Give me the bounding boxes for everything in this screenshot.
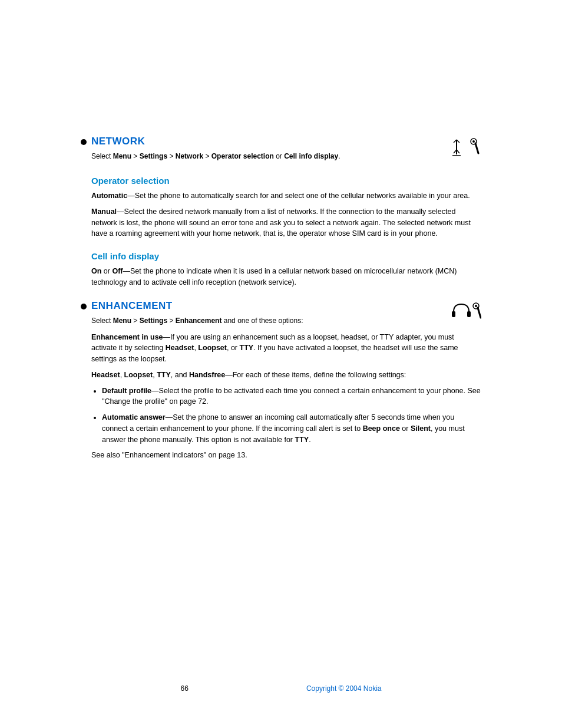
nav-select-label: Select xyxy=(91,152,113,160)
enh-nav-sep2: > xyxy=(167,317,176,325)
default-profile-desc: Select the profile to be activated each … xyxy=(102,387,481,406)
manual-dash: — xyxy=(117,207,124,216)
nav-cell: Cell info display xyxy=(284,152,338,160)
nav-sep1: > xyxy=(131,152,140,160)
manual-desc: Select the desired network manually from… xyxy=(91,207,471,238)
enhancement-in-use-para: Enhancement in use—If you are using an e… xyxy=(81,332,481,365)
page: NETWORK Select Menu > Settings > Network… xyxy=(0,0,562,728)
enh-nav-sep1: > xyxy=(131,317,140,325)
cell-info-display-section: Cell info display On or Off—Set the phon… xyxy=(81,251,481,288)
nav-settings: Settings xyxy=(140,152,167,160)
settings-bullet-list: Default profile—Select the profile to be… xyxy=(81,386,481,446)
svg-line-12 xyxy=(478,308,481,318)
svg-point-13 xyxy=(475,305,477,307)
cell-info-paragraph: On or Off—Set the phone to indicate when… xyxy=(81,266,481,288)
network-bullet xyxy=(81,139,87,145)
enhancement-nav: Select Menu > Settings > Enhancement and… xyxy=(81,317,446,325)
and-text: , and xyxy=(171,371,189,379)
cell-info-title: Cell info display xyxy=(81,251,481,261)
comma2: , or xyxy=(227,344,240,352)
dash2: — xyxy=(225,371,233,379)
cell-dash: — xyxy=(123,267,130,275)
copyright-text: Copyright © 2004 Nokia xyxy=(306,684,382,693)
headset-term: Headset xyxy=(166,344,194,352)
enhancement-header-content: ENHANCEMENT Select Menu > Settings > Enh… xyxy=(81,300,446,332)
headset-loopset-desc: For each of these items, define the foll… xyxy=(233,371,406,379)
svg-rect-9 xyxy=(452,311,455,317)
enhancement-icons-wrapper xyxy=(446,300,481,322)
enh-nav-select: Select xyxy=(91,317,113,325)
comma3: , xyxy=(120,371,124,379)
page-footer: 66 Copyright © 2004 Nokia xyxy=(0,684,562,693)
automatic-term: Automatic xyxy=(91,192,127,200)
network-content: NETWORK Select Menu > Settings > Network… xyxy=(81,136,446,167)
headset2-term: Headset xyxy=(91,371,120,379)
tty-term: TTY xyxy=(240,344,254,352)
automatic-dash: — xyxy=(127,192,135,200)
svg-line-7 xyxy=(475,143,478,153)
manual-paragraph: Manual—Select the desired network manual… xyxy=(81,206,481,239)
default-profile-dash: — xyxy=(151,387,159,395)
network-icon xyxy=(452,137,481,157)
network-title: NETWORK xyxy=(91,136,145,147)
network-icons-wrapper xyxy=(446,136,481,157)
loopset-term: Loopset xyxy=(198,344,227,352)
nav-menu: Menu xyxy=(113,152,131,160)
default-profile-term: Default profile xyxy=(102,387,151,395)
nav-or: or xyxy=(274,152,284,160)
enhancement-section: ENHANCEMENT Select Menu > Settings > Enh… xyxy=(81,300,481,462)
enhancement-header: ENHANCEMENT xyxy=(81,300,446,312)
on-term: On xyxy=(91,267,101,275)
operator-selection-title: Operator selection xyxy=(81,176,481,186)
automatic-answer-item: Automatic answer—Set the phone to answer… xyxy=(102,412,481,445)
nav-period: . xyxy=(338,152,340,160)
cell-desc: Set the phone to indicate when it is use… xyxy=(91,267,457,286)
manual-term: Manual xyxy=(91,207,117,216)
network-section: NETWORK Select Menu > Settings > Network… xyxy=(81,136,481,167)
silent-term: Silent xyxy=(411,424,431,433)
auto-answer-term: Automatic answer xyxy=(102,413,166,421)
loopset2-term: Loopset xyxy=(124,371,153,379)
automatic-paragraph: Automatic—Set the phone to automatically… xyxy=(81,190,481,202)
enhancement-bullet xyxy=(81,304,87,309)
nav-sep3: > xyxy=(203,152,211,160)
svg-rect-10 xyxy=(467,311,471,317)
tty2-term: TTY xyxy=(157,371,171,379)
handsfree-term: Handsfree xyxy=(189,371,225,379)
nav-operator: Operator selection xyxy=(211,152,274,160)
enhancement-icon xyxy=(451,301,481,322)
default-profile-item: Default profile—Select the profile to be… xyxy=(102,386,481,408)
enh-nav-suffix: and one of these options: xyxy=(222,317,303,325)
nav-network: Network xyxy=(176,152,203,160)
enh-nav-enhancement: Enhancement xyxy=(176,317,222,325)
network-nav: Select Menu > Settings > Network > Opera… xyxy=(81,152,446,160)
operator-selection-section: Operator selection Automatic—Set the pho… xyxy=(81,176,481,239)
enh-in-use-term: Enhancement in use xyxy=(91,333,163,341)
off-term: Off xyxy=(112,267,123,275)
auto-answer-dash: — xyxy=(166,413,173,421)
auto-tty-term: TTY xyxy=(295,436,309,444)
nav-sep2: > xyxy=(167,152,176,160)
enhancement-header-row: ENHANCEMENT Select Menu > Settings > Enh… xyxy=(81,300,481,332)
enh-in-use-dash: — xyxy=(163,333,171,341)
network-header: NETWORK xyxy=(81,136,446,147)
automatic-desc: Set the phone to automatically search fo… xyxy=(135,192,470,200)
beep-once-term: Beep once xyxy=(363,424,400,433)
svg-point-8 xyxy=(472,140,475,143)
enhancement-title: ENHANCEMENT xyxy=(91,300,173,312)
see-also-text: See also "Enhancement indicators" on pag… xyxy=(81,450,481,461)
enh-nav-menu: Menu xyxy=(113,317,131,325)
enh-nav-settings: Settings xyxy=(140,317,167,325)
page-number: 66 xyxy=(181,684,189,693)
auto-period: . xyxy=(309,436,310,444)
headset-loopset-para: Headset, Loopset, TTY, and Handsfree—For… xyxy=(81,370,481,381)
or-text: or xyxy=(101,267,112,275)
content-area: NETWORK Select Menu > Settings > Network… xyxy=(81,0,481,525)
auto-or-text: or xyxy=(400,424,411,433)
